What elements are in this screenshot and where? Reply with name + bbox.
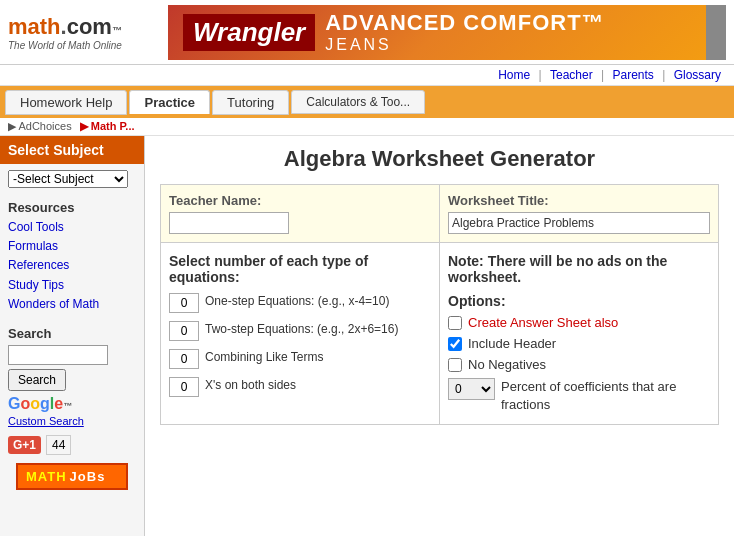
gplus-row: G+1 44 xyxy=(8,435,136,455)
percent-label: Percent of coefficients that are fractio… xyxy=(501,378,710,414)
tab-tutoring[interactable]: Tutoring xyxy=(212,90,289,115)
option-header-row: Include Header xyxy=(448,336,710,351)
top-nav: Home | Teacher | Parents | Glossary xyxy=(0,65,734,86)
equations-col: Select number of each type of equations:… xyxy=(161,243,440,424)
mathjobs-jobs: JoBs xyxy=(70,469,106,484)
ad-choices: ▶ AdChoices xyxy=(8,120,72,133)
nav-home[interactable]: Home xyxy=(498,68,530,82)
link-wonders-of-math[interactable]: Wonders of Math xyxy=(8,295,136,314)
resources-header: Resources xyxy=(8,200,136,215)
form-top: Teacher Name: Worksheet Title: xyxy=(161,185,718,243)
teacher-name-label: Teacher Name: xyxy=(169,193,431,208)
link-references[interactable]: References xyxy=(8,256,136,275)
sidebar: Select Subject -Select Subject Algebra G… xyxy=(0,136,145,536)
option-negatives-checkbox[interactable] xyxy=(448,358,462,372)
nav-glossary[interactable]: Glossary xyxy=(674,68,721,82)
g2-icon: g xyxy=(40,395,50,412)
worksheet-title-label: Worksheet Title: xyxy=(448,193,710,208)
eq-input-1[interactable] xyxy=(169,321,199,341)
percent-select[interactable]: 0 10 25 50 100 xyxy=(448,378,495,400)
link-study-tips[interactable]: Study Tips xyxy=(8,276,136,295)
gplus-count: 44 xyxy=(46,435,71,455)
o1-icon: o xyxy=(20,395,30,412)
google-logo: Google™ xyxy=(8,395,136,413)
banner-line2: JEANS xyxy=(325,36,604,54)
equation-row-0: One-step Equations: (e.g., x-4=10) xyxy=(169,293,431,313)
content: Algebra Worksheet Generator Teacher Name… xyxy=(145,136,734,536)
banner-brand: Wrangler xyxy=(183,14,315,51)
tm-icon: ™ xyxy=(63,401,72,411)
sep3: | xyxy=(662,68,665,82)
percent-row: 0 10 25 50 100 Percent of coefficients t… xyxy=(448,378,710,414)
logo: math.com™ xyxy=(8,14,168,40)
eq-input-0[interactable] xyxy=(169,293,199,313)
options-col: Note: There will be no ads on the worksh… xyxy=(440,243,718,424)
header: math.com™ The World of Math Online Wrang… xyxy=(0,0,734,65)
tab-nav: Homework Help Practice Tutoring Calculat… xyxy=(0,86,734,118)
page-title: Algebra Worksheet Generator xyxy=(160,146,719,172)
subject-select[interactable]: -Select Subject Algebra Geometry Calculu… xyxy=(8,170,128,188)
logo-area: math.com™ The World of Math Online xyxy=(8,14,168,51)
sep2: | xyxy=(601,68,604,82)
worksheet-title-col: Worksheet Title: xyxy=(440,185,718,242)
option-header-checkbox[interactable] xyxy=(448,337,462,351)
option-negatives-row: No Negatives xyxy=(448,357,710,372)
math-p: ▶ Math P... xyxy=(80,120,135,133)
tab-homework-help[interactable]: Homework Help xyxy=(5,90,127,115)
equations-title: Select number of each type of equations: xyxy=(169,253,431,285)
sidebar-search: Search Search Google™ Custom Search G+1 … xyxy=(0,320,144,496)
custom-search-link[interactable]: Custom Search xyxy=(8,415,136,427)
tab-calculators[interactable]: Calculators & Too... xyxy=(291,90,425,114)
main-layout: Select Subject -Select Subject Algebra G… xyxy=(0,136,734,536)
link-cool-tools[interactable]: Cool Tools xyxy=(8,218,136,237)
eq-input-3[interactable] xyxy=(169,377,199,397)
sep1: | xyxy=(539,68,542,82)
g-icon: G xyxy=(8,395,20,412)
equation-row-2: Combining Like Terms xyxy=(169,349,431,369)
eq-label-1: Two-step Equations: (e.g., 2x+6=16) xyxy=(205,321,398,338)
mathjobs-math: MATH xyxy=(26,469,67,484)
nav-parents[interactable]: Parents xyxy=(612,68,653,82)
sidebar-resources: Resources Cool Tools Formulas References… xyxy=(0,194,144,320)
search-button[interactable]: Search xyxy=(8,369,66,391)
eq-input-2[interactable] xyxy=(169,349,199,369)
search-header: Search xyxy=(8,326,136,341)
e-icon: e xyxy=(54,395,63,412)
link-formulas[interactable]: Formulas xyxy=(8,237,136,256)
worksheet-title-input[interactable] xyxy=(448,212,710,234)
banner-corner xyxy=(706,5,726,60)
option-header-label: Include Header xyxy=(468,336,556,351)
form-bottom: Select number of each type of equations:… xyxy=(161,243,718,424)
option-answer-label: Create Answer Sheet also xyxy=(468,315,618,330)
teacher-name-col: Teacher Name: xyxy=(161,185,440,242)
select-subject-header: Select Subject xyxy=(0,136,144,164)
gplus-button[interactable]: G+1 xyxy=(8,436,41,454)
banner-text: ADVANCED COMFORT™ JEANS xyxy=(325,10,604,54)
subject-select-wrap: -Select Subject Algebra Geometry Calculu… xyxy=(0,164,144,194)
option-answer-checkbox[interactable] xyxy=(448,316,462,330)
banner-line1: ADVANCED COMFORT™ xyxy=(325,10,604,36)
form-area: Teacher Name: Worksheet Title: Select nu… xyxy=(160,184,719,425)
teacher-name-input[interactable] xyxy=(169,212,289,234)
option-answer-row: Create Answer Sheet also xyxy=(448,315,710,330)
search-input[interactable] xyxy=(8,345,108,365)
tab-practice[interactable]: Practice xyxy=(129,90,210,114)
options-title: Options: xyxy=(448,293,710,309)
mathjobs-button[interactable]: MATH JoBs xyxy=(16,463,128,490)
banner: Wrangler ADVANCED COMFORT™ JEANS xyxy=(168,5,706,60)
eq-label-0: One-step Equations: (e.g., x-4=10) xyxy=(205,293,389,310)
equation-row-1: Two-step Equations: (e.g., 2x+6=16) xyxy=(169,321,431,341)
note-text: Note: There will be no ads on the worksh… xyxy=(448,253,710,285)
ad-bar: ▶ AdChoices ▶ Math P... xyxy=(0,118,734,136)
option-negatives-label: No Negatives xyxy=(468,357,546,372)
equation-row-3: X's on both sides xyxy=(169,377,431,397)
eq-label-2: Combining Like Terms xyxy=(205,349,324,366)
eq-label-3: X's on both sides xyxy=(205,377,296,394)
nav-teacher[interactable]: Teacher xyxy=(550,68,593,82)
logo-subtitle: The World of Math Online xyxy=(8,40,168,51)
o2-icon: o xyxy=(30,395,40,412)
